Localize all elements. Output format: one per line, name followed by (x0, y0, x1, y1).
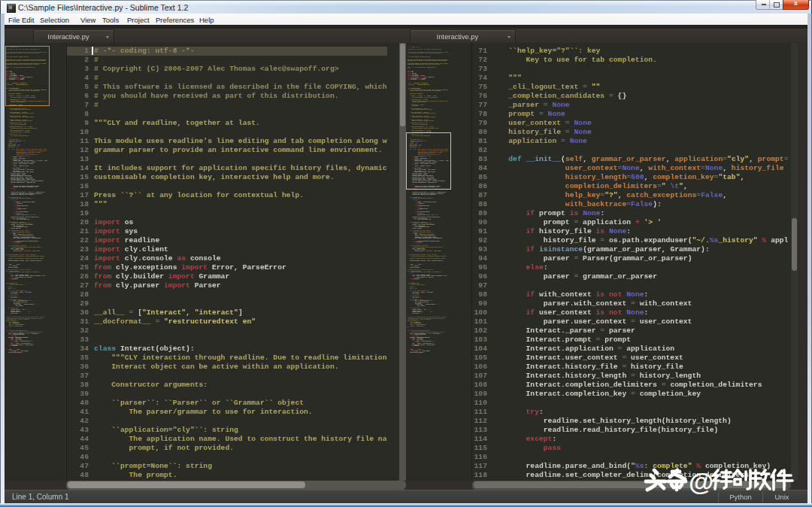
svg-text:@: @ (689, 467, 714, 496)
